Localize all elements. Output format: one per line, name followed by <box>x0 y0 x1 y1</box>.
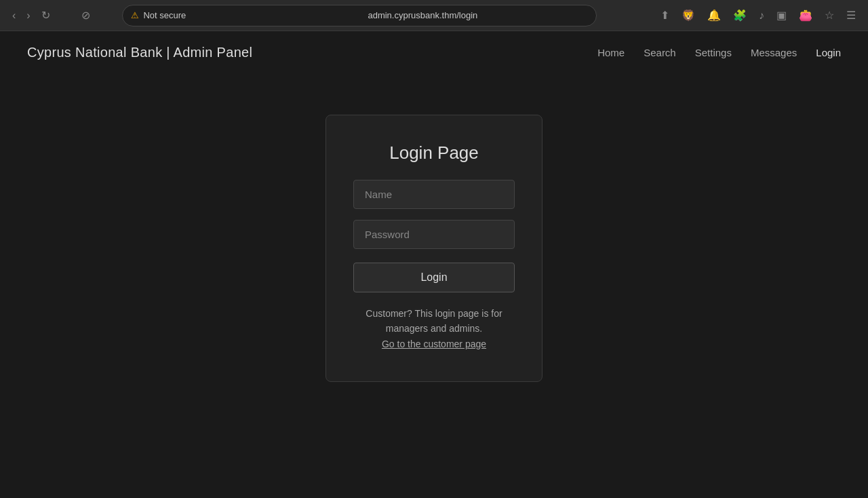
sidebar-icon[interactable]: ▣ <box>772 6 791 24</box>
password-input[interactable] <box>353 220 515 249</box>
browser-chrome: ‹ › ↻ ⊘ ⚠ Not secure admin.cyprusbank.th… <box>0 0 868 31</box>
extensions-icon[interactable]: 🧩 <box>729 6 751 24</box>
nav-link-login[interactable]: Login <box>816 47 841 58</box>
login-notice: Customer? This login page is for manager… <box>366 306 502 351</box>
bookmark-icon[interactable]: ⊘ <box>81 9 90 22</box>
login-card: Login Page Login Customer? This login pa… <box>326 115 542 382</box>
login-button[interactable]: Login <box>353 263 515 292</box>
address-url: Not secure <box>143 10 363 20</box>
navbar-brand: Cyprus National Bank | Admin Panel <box>27 45 252 60</box>
address-bar[interactable]: ⚠ Not secure admin.cyprusbank.thm/login <box>122 5 597 26</box>
address-url-path: admin.cyprusbank.thm/login <box>368 10 588 20</box>
page: Cyprus National Bank | Admin Panel Home … <box>0 31 868 498</box>
nav-item-settings[interactable]: Settings <box>695 47 732 59</box>
nav-item-home[interactable]: Home <box>597 47 625 59</box>
notice-line2: managers and admins. <box>386 323 482 334</box>
nav-item-messages[interactable]: Messages <box>751 47 797 59</box>
customer-page-link[interactable]: Go to the customer page <box>382 339 486 349</box>
browser-nav-buttons: ‹ › ↻ <box>8 6 54 24</box>
security-warning-icon: ⚠ <box>131 10 139 20</box>
nav-link-home[interactable]: Home <box>597 47 625 58</box>
nav-link-messages[interactable]: Messages <box>751 47 797 58</box>
navbar: Cyprus National Bank | Admin Panel Home … <box>0 31 868 74</box>
star-icon[interactable]: ☆ <box>821 6 838 24</box>
reload-button[interactable]: ↻ <box>37 6 54 24</box>
notice-line1: Customer? This login page is for <box>366 308 502 319</box>
navbar-nav: Home Search Settings Messages Login <box>597 47 841 59</box>
nav-item-login[interactable]: Login <box>816 47 841 59</box>
main-content: Login Page Login Customer? This login pa… <box>0 74 868 423</box>
login-title: Login Page <box>389 142 479 164</box>
brave-icon[interactable]: 🦁 <box>677 6 699 24</box>
forward-button[interactable]: › <box>22 7 34 24</box>
music-icon[interactable]: ♪ <box>755 7 768 24</box>
back-button[interactable]: ‹ <box>8 7 20 24</box>
name-input[interactable] <box>353 180 515 209</box>
nav-link-settings[interactable]: Settings <box>695 47 732 58</box>
nav-item-search[interactable]: Search <box>644 47 676 59</box>
share-icon[interactable]: ⬆ <box>656 6 673 24</box>
browser-actions: ⬆ 🦁 🔔 🧩 ♪ ▣ 👛 ☆ ☰ <box>656 6 860 24</box>
wallet-icon[interactable]: 👛 <box>795 6 816 24</box>
login-form: Login <box>353 180 515 292</box>
nav-link-search[interactable]: Search <box>644 47 676 58</box>
menu-icon[interactable]: ☰ <box>842 6 860 24</box>
rewards-icon[interactable]: 🔔 <box>703 6 725 24</box>
